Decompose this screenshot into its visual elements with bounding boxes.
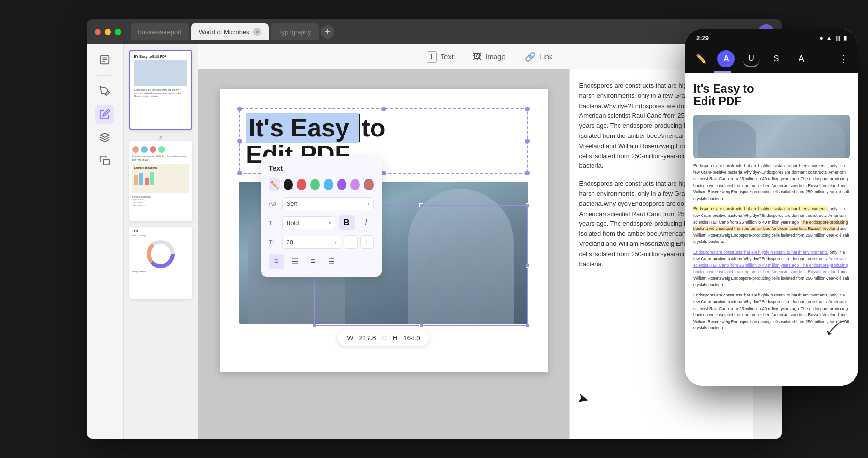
sidebar-item-edit[interactable] — [95, 105, 114, 124]
color-red[interactable] — [297, 179, 306, 190]
mobile-toolbar: ✏️ A U S A ⋮ — [685, 46, 782, 71]
align-center-button[interactable]: ☰ — [287, 254, 303, 269]
close-button[interactable] — [95, 29, 101, 35]
mobile-highlight-orange: The endospore-producing bacteria were is… — [693, 220, 782, 231]
toolbar-text-tool[interactable]: T Text — [427, 51, 454, 63]
mobile-doc-image — [693, 115, 782, 158]
tab-world-of-microbes[interactable]: World of Microbes ✕ — [191, 23, 269, 40]
toolbar-link-tool[interactable]: 🔗 Link — [525, 52, 553, 62]
height-label: H — [393, 334, 398, 342]
selection-handle-tl — [237, 107, 242, 111]
selection-handle-tr — [525, 107, 530, 111]
text-panel-title: Text — [269, 164, 374, 172]
chevron-down-icon-2: ▾ — [329, 220, 331, 226]
dimensions-badge: W 217.8 H 164.9 — [337, 330, 429, 346]
maximize-button[interactable] — [115, 29, 121, 35]
mobile-body-text-2: Endospores are constructs that are highl… — [693, 206, 782, 245]
size-label: Tr — [269, 239, 278, 246]
toolbar-image-tool[interactable]: 🖼 Image — [473, 52, 506, 62]
color-row: ✏️ — [269, 178, 374, 191]
weight-label: T — [269, 219, 278, 227]
heading-cursor: to — [359, 114, 385, 142]
mobile-link-2[interactable]: American scientist Raul Cano from 25 mil… — [693, 256, 782, 274]
tab-label: business-report — [138, 28, 182, 36]
text-icon: T — [427, 51, 437, 63]
chevron-down-icon: ▾ — [367, 201, 370, 206]
italic-button[interactable]: I — [358, 215, 374, 230]
color-circle-1 — [132, 146, 139, 153]
canvas-scroll[interactable]: It's Easy to Edit PDF — [198, 69, 569, 439]
mobile-text-active-button[interactable]: A — [717, 50, 735, 67]
mobile-body-text-3: Endospores are constructs that are highl… — [693, 292, 782, 332]
cursor-arrow-icon: ➤ — [575, 387, 591, 411]
image-icon: 🖼 — [473, 52, 482, 62]
tab-close-button[interactable]: ✕ — [253, 28, 261, 36]
sidebar-item-pen[interactable] — [95, 81, 114, 101]
thumb3-title: Total — [132, 229, 189, 232]
selection-handle-br — [525, 171, 530, 175]
color-circle-3 — [150, 146, 156, 153]
font-weight-select[interactable]: Bold ▾ — [282, 216, 335, 229]
width-value: 217.8 — [359, 334, 376, 342]
mobile-device: 2:29 ● ▲ ||| ▮ ✏️ A U S A ⋮ — [685, 44, 782, 386]
bold-button[interactable]: B — [339, 215, 355, 230]
thumb3-label: Fungus Example — [132, 270, 189, 273]
decrease-size-button[interactable]: − — [344, 235, 358, 249]
sidebar-item-document[interactable] — [95, 50, 114, 69]
font-size-row: Tr 30 ▾ − + — [269, 235, 374, 249]
thumb3-subtitle: Your Life History — [132, 234, 189, 237]
align-right-button[interactable]: ≡ — [305, 254, 321, 269]
heading-highlight: It's Easy — [246, 113, 359, 143]
sidebar-divider — [97, 75, 112, 76]
color-blue[interactable] — [324, 179, 333, 190]
image-tool-label: Image — [485, 53, 506, 61]
color-green[interactable] — [310, 179, 320, 190]
mobile-underline-button[interactable]: U — [743, 50, 760, 67]
thumb2-text: Approximate species. Multiple columns ba… — [132, 155, 189, 162]
color-light-purple[interactable] — [350, 179, 360, 190]
thumbnail-page-2[interactable]: Approximate species. Multiple columns ba… — [129, 141, 192, 221]
font-label: Aa — [269, 200, 278, 207]
align-left-button[interactable]: ≡ — [269, 254, 284, 269]
title-bar: business-report World of Microbes ✕ Typo… — [87, 19, 782, 44]
thumbnail-page-1[interactable]: It's Easy to Edit PDF Endospores are con… — [129, 50, 192, 130]
color-black[interactable] — [284, 179, 293, 190]
mobile-draw-button[interactable]: ✏️ — [692, 50, 710, 67]
color-orange-selected[interactable] — [364, 179, 373, 190]
tab-label: World of Microbes — [199, 28, 249, 36]
font-size-controls: 30 ▾ − + — [282, 235, 374, 249]
selection-handle-bl — [237, 171, 242, 175]
font-size-select[interactable]: 30 ▾ — [282, 236, 341, 249]
thumb2-color-row — [132, 146, 189, 153]
page-number-2: 2 — [129, 135, 192, 141]
img-handle-bl — [312, 324, 316, 328]
minimize-button[interactable] — [105, 29, 111, 35]
new-tab-button[interactable]: + — [321, 25, 334, 39]
color-circle-2 — [141, 146, 148, 153]
mobile-content: It's Easy toEdit PDF Endospores are cons… — [685, 73, 782, 386]
increase-size-button[interactable]: + — [360, 235, 374, 249]
dimensions-separator — [382, 336, 387, 340]
mobile-strikethrough-button[interactable]: S — [768, 50, 782, 67]
align-justify-button[interactable]: ☰ — [324, 254, 339, 269]
width-label: W — [347, 334, 353, 342]
svg-marker-4 — [100, 133, 109, 137]
chevron-down-icon-3: ▾ — [334, 240, 337, 245]
thumbnail-page-3[interactable]: Total Your Life History Fungus Example — [129, 227, 192, 299]
font-family-select[interactable]: Sen ▾ — [282, 197, 374, 210]
mobile-person-1 — [698, 120, 756, 158]
traffic-lights — [95, 29, 121, 35]
thumb2-chart: Example of Bacteria — [132, 164, 189, 193]
edit-style-button[interactable]: ✏️ — [269, 178, 280, 191]
alignment-row: ≡ ☰ ≡ ☰ — [269, 254, 374, 269]
color-purple[interactable] — [337, 179, 347, 190]
sidebar-item-layers[interactable] — [95, 128, 114, 147]
img-handle-bm — [419, 324, 423, 328]
font-size-value: 30 — [287, 239, 293, 246]
left-sidebar — [87, 44, 124, 439]
mobile-link-1[interactable]: Endospores are constructs that are highl… — [693, 250, 782, 255]
tab-business-report[interactable]: business-report — [131, 23, 190, 40]
thumb3-chart — [146, 240, 175, 269]
sidebar-item-copy[interactable] — [95, 151, 114, 170]
tab-typography[interactable]: Typography — [271, 23, 319, 40]
